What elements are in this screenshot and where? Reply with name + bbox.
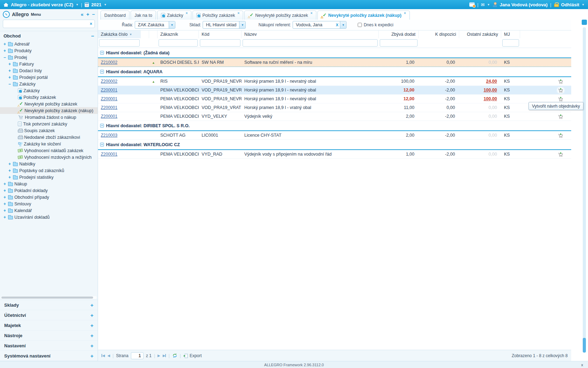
filter-order-input[interactable] — [99, 39, 140, 47]
scrollbar-thumb[interactable] — [1, 297, 93, 299]
table-row[interactable]: Z210003 SCHOTT AG LIC0001 Licence CHY-ST… — [98, 131, 571, 140]
filter-name-input[interactable] — [243, 39, 378, 47]
column-header-arrow[interactable] — [149, 30, 158, 38]
group-collapse-icon[interactable]: − — [100, 51, 104, 55]
group-collapse-icon[interactable]: − — [100, 124, 104, 128]
tab[interactable]: ✓⚠ Nevykryté položky zakázek × — [244, 11, 316, 20]
vertical-scrollbar-thumb[interactable] — [583, 338, 586, 353]
other-orders-cell[interactable]: 24,00 — [459, 79, 501, 84]
column-header-code[interactable]: Kód — [199, 30, 241, 38]
window-notification-icon[interactable] — [469, 2, 475, 7]
column-header-mj[interactable]: MJ — [501, 30, 520, 38]
sidebar-collapse-button[interactable]: « — [81, 12, 84, 17]
page-number-input[interactable] — [131, 352, 144, 359]
column-header-flag[interactable] — [141, 30, 149, 38]
title-dropdown-icon[interactable]: ▼ — [76, 3, 78, 6]
year-selector[interactable]: 2021 — [91, 2, 102, 7]
tree-expander[interactable]: + — [3, 215, 7, 220]
table-row[interactable]: Z200001 PEMA VELKOOBCHOD S.R VOD_PRA19_N… — [98, 95, 571, 103]
tree-expander[interactable]: − — [3, 55, 7, 60]
sidebar-tree-item[interactable]: Vyhodnocení nákladů zakázek — [0, 147, 98, 154]
sidebar-tree-item[interactable]: − Prodej — [0, 54, 98, 61]
column-header-remaining[interactable]: Zbývá dodat — [379, 30, 419, 38]
sidebar-tree-item[interactable]: + Pokladní doklady — [0, 187, 98, 194]
vertical-scrollbar[interactable] — [583, 27, 586, 353]
order-number-link[interactable]: Z200001 — [101, 105, 117, 110]
sidebar-tree-item[interactable]: Nedodané zboží zákazníkovi — [0, 134, 98, 141]
expand-plus-icon[interactable]: + — [90, 302, 93, 308]
table-row[interactable]: Z200001 PEMA VELKOOBCHOD S.R VYD_RAD Výd… — [98, 150, 571, 159]
expand-plus-icon[interactable]: + — [90, 353, 93, 359]
prev-page-button[interactable]: ◀ — [107, 354, 110, 357]
filter-mj-input[interactable] — [502, 39, 519, 47]
sidebar-tree-item[interactable]: + Poptávky od zákazníků — [0, 167, 98, 174]
sidebar-tree-item[interactable]: + Nabídky — [0, 161, 98, 167]
order-number-link[interactable]: Z200001 — [101, 152, 117, 157]
section-collapse-icon[interactable]: − — [91, 33, 94, 39]
create-order-cart-icon[interactable] — [557, 151, 564, 158]
other-orders-cell[interactable]: 0,00 — [459, 105, 501, 110]
order-number-link[interactable]: Z210003 — [101, 133, 117, 138]
app-title[interactable]: Allegro - zkušební verze (CZ) — [11, 2, 73, 7]
tree-expander[interactable]: + — [8, 75, 12, 80]
column-header-customer[interactable]: Zákazník — [158, 30, 199, 38]
accordion-section-sklady[interactable]: Sklady + — [0, 300, 98, 310]
search-clear-icon[interactable]: × — [88, 21, 94, 26]
sidebar-tree-item[interactable]: + Nákup — [0, 180, 98, 187]
chevron-down-icon[interactable]: ▼ — [340, 21, 346, 28]
sidebar-tree-item[interactable]: + Prodejní statistiky — [0, 174, 98, 180]
sidebar-tree-item[interactable]: + Produkty — [0, 47, 98, 54]
refresh-button[interactable] — [172, 353, 177, 358]
sidebar-tree-item[interactable]: + Kalendář — [0, 207, 98, 214]
tab-close-icon[interactable]: × — [237, 11, 239, 15]
tree-expander[interactable]: + — [8, 168, 12, 173]
tab[interactable]: Jak na to — [131, 11, 156, 20]
sidebar-tree-item[interactable]: ✓⚠ Nevykryté položky zakázek (nákup) — [0, 107, 98, 114]
accordion-section-majetek[interactable]: Majetek + — [0, 320, 98, 330]
sidebar-tree-item[interactable]: Tisk potvrzení zakázky — [0, 121, 98, 127]
sidebar-tree-item[interactable]: + Prodejní portál — [0, 74, 98, 81]
accordion-section-nastaven-[interactable]: Nastavení + — [0, 341, 98, 351]
table-row[interactable]: Z200001 PEMA VELKOOBCHOD S.R VOD_PRA19_N… — [98, 86, 571, 95]
logout-button[interactable]: Odhlásit — [561, 2, 579, 7]
order-number-link[interactable]: Z200001 — [101, 88, 117, 93]
sidebar-tree-item[interactable]: + Smlouvy — [0, 200, 98, 207]
today-dispatch-checkbox[interactable] — [358, 23, 362, 27]
referent-select[interactable]: Vodová, Jana X ▼ — [293, 21, 346, 29]
sidebar-tree-item[interactable]: Vyhodnocení mzdových a režijních — [0, 154, 98, 161]
tree-expander[interactable]: + — [8, 175, 12, 180]
sidebar-collapse-all-button[interactable]: − — [92, 12, 95, 17]
tree-expander[interactable]: + — [8, 162, 12, 166]
column-header-available[interactable]: K dispozici — [419, 30, 459, 38]
chevron-down-icon[interactable]: ▼ — [239, 21, 245, 28]
tab[interactable]: Zakázky × — [157, 11, 191, 20]
sidebar-tree-item[interactable]: Položky zakázek — [0, 94, 98, 101]
panel-corner-button[interactable] — [582, 20, 587, 25]
filter-customer-input[interactable] — [159, 39, 198, 47]
filter-code-input[interactable] — [200, 39, 240, 47]
accordion-section-syst-mov-nastaven-[interactable]: Systémová nastavení + — [0, 351, 98, 361]
calendar-icon[interactable] — [85, 2, 89, 7]
sidebar-section-title[interactable]: Obchod — [4, 33, 21, 39]
sidebar-tree-item[interactable]: + Obchodní případy — [0, 194, 98, 200]
column-header-order[interactable]: Zakázka číslo▼ — [98, 30, 141, 38]
clear-icon[interactable]: X — [334, 23, 340, 27]
sidebar-tree-item[interactable]: Zakázky ke složení — [0, 141, 98, 147]
filter-remaining-input[interactable] — [380, 39, 418, 47]
sidebar-expand-all-button[interactable]: + — [86, 12, 89, 17]
sklad-select[interactable]: HL Hlavní sklad ▼ — [203, 21, 246, 29]
column-header-other[interactable]: Ostatní zakázky — [459, 30, 501, 38]
sidebar-tree-item[interactable]: − Zakázky — [0, 81, 98, 87]
group-collapse-icon[interactable]: − — [100, 70, 104, 74]
group-collapse-icon[interactable]: − — [100, 143, 104, 146]
other-orders-cell[interactable]: 0,00 — [459, 133, 501, 138]
create-order-cart-icon[interactable] — [557, 96, 564, 102]
sidebar-tree-item[interactable]: + Uzavírání dokladů — [0, 214, 98, 220]
year-dropdown-icon[interactable]: ▼ — [104, 3, 107, 6]
sidebar-tree-item[interactable]: + Faktury — [0, 61, 98, 67]
expand-plus-icon[interactable]: + — [90, 312, 93, 318]
create-order-cart-icon[interactable] — [557, 87, 564, 94]
sidebar-tree-item[interactable]: + Adresář — [0, 41, 98, 47]
sidebar-tree-item[interactable]: Zakázky — [0, 87, 98, 94]
tree-expander[interactable]: + — [3, 188, 7, 193]
